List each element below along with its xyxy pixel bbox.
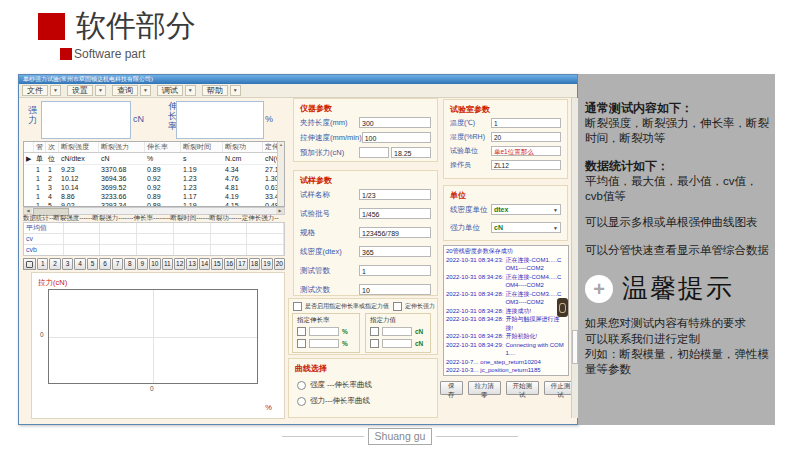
unit-dropdown[interactable]: dtex▼ bbox=[491, 204, 561, 215]
action-button-保存[interactable]: 保存 bbox=[440, 381, 463, 395]
field-input[interactable]: 10 bbox=[359, 284, 431, 295]
tube-button-8[interactable]: 8 bbox=[124, 258, 135, 270]
chevron-down-icon: ▼ bbox=[553, 225, 558, 231]
force-option2-checkbox[interactable] bbox=[370, 339, 379, 348]
field-input[interactable] bbox=[359, 147, 389, 158]
field-row: 试验单位单e1位置那么 bbox=[450, 146, 561, 156]
subtitle-text: Software part bbox=[74, 47, 145, 61]
field-row: 规格123456/789 bbox=[300, 227, 431, 238]
menu-dropdown-icon[interactable]: ▼ bbox=[95, 85, 106, 96]
force-option1-checkbox[interactable] bbox=[370, 327, 379, 336]
menu-item[interactable]: 调试 bbox=[157, 85, 183, 96]
tube-button-18[interactable]: 18 bbox=[249, 258, 260, 270]
force-option1-input[interactable] bbox=[382, 327, 412, 336]
menu-item[interactable]: 文件 bbox=[22, 85, 48, 96]
tube-button-3[interactable]: 3 bbox=[62, 258, 73, 270]
window-titlebar[interactable]: 单纱强力试验(常州市双固顿达机电科技有限公司) bbox=[19, 75, 577, 84]
menu-item[interactable]: 帮助 bbox=[202, 85, 228, 96]
tube-button-10[interactable]: 10 bbox=[149, 258, 160, 270]
enable-specified-checkbox[interactable] bbox=[293, 302, 302, 311]
tube-button-1[interactable]: 1 bbox=[37, 258, 48, 270]
stats-row: cv bbox=[24, 234, 284, 245]
menu-dropdown-icon[interactable]: ▼ bbox=[230, 85, 241, 96]
menu-item[interactable]: 设置 bbox=[67, 85, 93, 96]
field-input[interactable]: 1/23 bbox=[359, 189, 431, 200]
menu-dropdown-icon[interactable]: ▼ bbox=[140, 85, 151, 96]
log-entry: 2022-10-31 08:34:28:开始与触摸屏进行连接! bbox=[446, 315, 566, 332]
log-entry: 2022-10-31 08:34:28:连接成功! bbox=[446, 307, 566, 316]
units-group: 单位 线密度单位dtex▼强力单位cN▼ bbox=[443, 185, 568, 241]
tube-button-11[interactable]: 11 bbox=[162, 258, 173, 270]
field-row: 操作员ZL12 bbox=[450, 160, 561, 170]
field-input[interactable]: 300 bbox=[359, 117, 431, 128]
menu-dropdown-icon[interactable]: ▼ bbox=[185, 85, 196, 96]
elongation-option1-checkbox[interactable] bbox=[297, 327, 306, 336]
log-entry: 2022-10-7...one_step_return10204 bbox=[446, 358, 566, 367]
elongation-option2-checkbox[interactable] bbox=[297, 339, 306, 348]
force-display bbox=[41, 101, 131, 139]
tube-button-12[interactable]: 12 bbox=[174, 258, 185, 270]
field-input[interactable]: 单e1位置那么 bbox=[491, 146, 561, 156]
field-row: 夹持长度(mm)300 bbox=[300, 117, 431, 128]
tube-button-16[interactable]: 16 bbox=[224, 258, 235, 270]
tube-button-9[interactable]: 9 bbox=[137, 258, 148, 270]
field-row: 试验批号1/456 bbox=[300, 208, 431, 219]
tube-button-14[interactable]: 14 bbox=[199, 258, 210, 270]
tube-button-4[interactable]: 4 bbox=[74, 258, 85, 270]
table-scrollbar[interactable]: ▲ bbox=[277, 142, 284, 206]
force-option2-input[interactable] bbox=[382, 339, 412, 348]
tube-button-15[interactable]: 15 bbox=[211, 258, 222, 270]
specified-elongation-title: 指定伸长率 bbox=[297, 316, 359, 325]
curve-option1-label: 强度 ---伸长率曲线 bbox=[310, 380, 372, 390]
instrument-fields: 夹持长度(mm)300拉伸速度(mm/min)100预加张力(cN)18.25 bbox=[294, 117, 437, 158]
menu-bar: 文件▼设置▼查询▼调试▼帮助▼ bbox=[19, 84, 577, 98]
specified-force-group: 指定力值 cN cN bbox=[365, 313, 431, 353]
field-input[interactable]: 1 bbox=[359, 265, 431, 276]
unit-dropdown[interactable]: cN▼ bbox=[491, 222, 561, 233]
action-button-开始测试[interactable]: 开始测试 bbox=[506, 381, 539, 395]
field-input[interactable]: 20 bbox=[491, 132, 561, 142]
tube-button-7[interactable]: 7 bbox=[112, 258, 123, 270]
log-entry: 2022-10-3...jc_position_return1185 bbox=[446, 366, 566, 375]
tube-button-20[interactable]: 20 bbox=[274, 258, 285, 270]
table-row: 1210.123694.360.921.234.761.30 bbox=[24, 174, 284, 183]
elongation-unit: % bbox=[342, 340, 348, 347]
lab-group-title: 试验室参数 bbox=[450, 104, 567, 115]
field-input[interactable]: 1/456 bbox=[359, 208, 431, 219]
action-button-拉力清零[interactable]: 拉力清零 bbox=[468, 381, 501, 395]
panel-heading-2: 数据统计如下： bbox=[585, 158, 769, 174]
elongation-option2-input[interactable] bbox=[309, 339, 339, 348]
force-unit: cN bbox=[415, 328, 423, 335]
tube-button-2[interactable]: 2 bbox=[49, 258, 60, 270]
curve-option2-radio[interactable] bbox=[297, 397, 306, 406]
table-row: 148.863233.660.891.174.1933.41 bbox=[24, 192, 284, 201]
tube-button-6[interactable]: 6 bbox=[99, 258, 110, 270]
unit-fields: 线密度单位dtex▼强力单位cN▼ bbox=[444, 204, 567, 233]
fixed-elongation-checkbox[interactable] bbox=[393, 302, 402, 311]
field-input[interactable]: 100 bbox=[362, 132, 431, 143]
field-input[interactable]: 123456/789 bbox=[359, 227, 431, 238]
app-window: 单纱强力试验(常州市双固顿达机电科技有限公司) 文件▼设置▼查询▼调试▼帮助▼ … bbox=[18, 74, 578, 425]
menu-item[interactable]: 查询 bbox=[112, 85, 138, 96]
field-row: 测试管数1 bbox=[300, 265, 431, 276]
lock-button[interactable] bbox=[23, 258, 36, 270]
curve-option1-radio[interactable] bbox=[297, 381, 306, 390]
field-input[interactable]: 365 bbox=[359, 246, 431, 257]
elongation-unit: % bbox=[342, 328, 348, 335]
lab-group: 试验室参数 温度(℃)1湿度(%RH)20试验单位单e1位置那么操作员ZL12 bbox=[443, 99, 568, 179]
menu-dropdown-icon[interactable]: ▼ bbox=[50, 85, 61, 96]
elongation-option1-input[interactable] bbox=[309, 327, 339, 336]
tube-button-13[interactable]: 13 bbox=[186, 258, 197, 270]
field-input[interactable]: ZL12 bbox=[491, 160, 561, 170]
log-list[interactable]: 20管线密度参数保存成功2022-10-31 08:34:23:正在连接-COM… bbox=[443, 245, 569, 376]
tube-button-5[interactable]: 5 bbox=[87, 258, 98, 270]
table-unit-row: ▶单位cN/dtexcN%sN.cmcN(60%) bbox=[24, 153, 284, 165]
curve-selection-group: 曲线选择 强度 ---伸长率曲线 强力---伸长率曲线 bbox=[288, 358, 438, 418]
log-entry: 2022-10-31 08:34:29:Connecting with COM1… bbox=[446, 341, 566, 358]
chart-y-axis-label: 拉力(cN) bbox=[38, 278, 67, 288]
tube-button-17[interactable]: 17 bbox=[236, 258, 247, 270]
tube-button-19[interactable]: 19 bbox=[261, 258, 272, 270]
results-table[interactable]: ▲ 管次断裂强度断裂强力伸长率断裂时间断裂功定伸长强力▶单位cN/dtexcN%… bbox=[23, 141, 285, 207]
field-input[interactable]: 18.25 bbox=[391, 147, 431, 158]
field-input[interactable]: 1 bbox=[491, 118, 561, 128]
